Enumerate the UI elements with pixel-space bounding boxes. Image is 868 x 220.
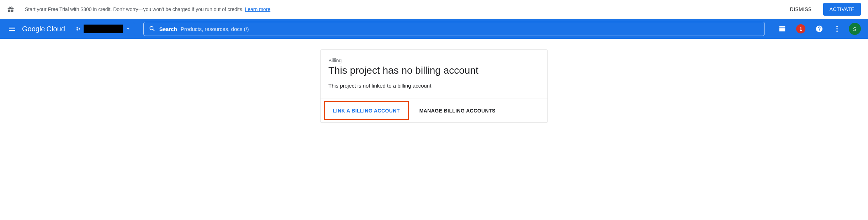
dismiss-button[interactable]: DISMISS — [786, 4, 816, 15]
hamburger-menu-button[interactable] — [4, 21, 20, 37]
notification-badge: 1 — [796, 24, 805, 33]
gift-icon — [7, 6, 14, 13]
account-avatar[interactable]: S — [849, 23, 861, 35]
svg-point-1 — [76, 29, 78, 31]
logo-thin: Cloud — [47, 25, 65, 33]
manage-billing-accounts-button[interactable]: MANAGE BILLING ACCOUNTS — [412, 100, 503, 121]
header-bar: Google Cloud Search Products, resources,… — [0, 19, 868, 39]
svg-point-4 — [836, 28, 838, 30]
svg-point-5 — [836, 31, 838, 32]
main-content: Billing This project has no billing acco… — [0, 39, 868, 123]
billing-card-body: Billing This project has no billing acco… — [321, 50, 547, 99]
logo-bold: Google — [22, 25, 45, 33]
learn-more-link[interactable]: Learn more — [245, 6, 271, 12]
billing-card: Billing This project has no billing acco… — [320, 49, 548, 123]
billing-subtext: This project is not linked to a billing … — [328, 83, 540, 89]
more-vert-icon — [833, 25, 841, 33]
hamburger-icon — [8, 25, 16, 33]
search-box[interactable]: Search Products, resources, docs (/) — [143, 22, 765, 36]
link-billing-account-button[interactable]: LINK A BILLING ACCOUNT — [324, 101, 409, 120]
search-label: Search — [159, 26, 177, 32]
project-icon — [76, 26, 81, 32]
cloud-shell-button[interactable] — [776, 23, 788, 35]
header-actions: 1 S — [773, 22, 864, 36]
help-icon — [815, 25, 823, 33]
project-selector-button[interactable] — [72, 22, 135, 35]
billing-eyebrow: Billing — [328, 58, 540, 63]
notifications-button[interactable]: 1 — [794, 22, 808, 36]
google-cloud-logo[interactable]: Google Cloud — [22, 25, 65, 33]
svg-point-2 — [79, 28, 80, 30]
billing-card-actions: LINK A BILLING ACCOUNT MANAGE BILLING AC… — [321, 99, 547, 122]
promo-banner: Start your Free Trial with $300 in credi… — [0, 0, 868, 19]
svg-point-3 — [836, 26, 838, 27]
help-button[interactable] — [813, 23, 825, 35]
search-icon — [149, 25, 156, 32]
billing-title: This project has no billing account — [328, 65, 540, 76]
project-name-redacted — [84, 25, 123, 33]
activate-button[interactable]: ACTIVATE — [823, 3, 861, 16]
more-button[interactable] — [831, 23, 843, 35]
cloud-shell-icon — [778, 25, 786, 33]
chevron-down-icon — [125, 26, 131, 32]
svg-point-0 — [76, 27, 78, 28]
promo-text-content: Start your Free Trial with $300 in credi… — [25, 6, 245, 12]
promo-text: Start your Free Trial with $300 in credi… — [25, 6, 786, 12]
search-placeholder: Products, resources, docs (/) — [181, 26, 249, 32]
